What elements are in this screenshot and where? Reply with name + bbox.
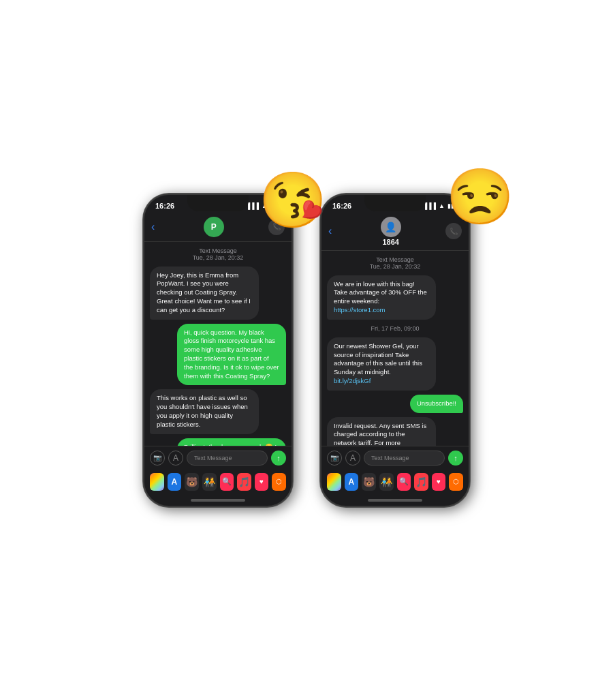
dock-right: A 🐻 🧑‍🤝‍🧑 🔍 🎵 ♥ ⬡ bbox=[321, 470, 469, 496]
nav-center-right: 👤 1864 bbox=[336, 217, 445, 246]
msg-received-right-2: Our newest Shower Gel, your source of in… bbox=[327, 337, 436, 391]
appstore-icon-left[interactable]: A bbox=[168, 473, 182, 491]
messages-area-right: Text MessageTue, 28 Jan, 20:32 We are in… bbox=[321, 251, 469, 446]
msg-received-left-2: This works on plastic as well so you sho… bbox=[150, 389, 259, 433]
text-input-right[interactable]: Text Message bbox=[364, 451, 445, 466]
search-icon-left[interactable]: 🔍 bbox=[220, 473, 234, 491]
emoji1-icon-left[interactable]: 🐻 bbox=[185, 473, 199, 491]
camera-icon-left[interactable]: 📷 bbox=[150, 451, 165, 466]
send-button-left[interactable]: ↑ bbox=[271, 451, 286, 466]
emoji-left: 😘 bbox=[259, 173, 327, 228]
phone-shell-left: 16:26 ▐▐▐ ▲ ▮▮▮ ‹ P 📞 bbox=[143, 194, 293, 507]
notch-left bbox=[187, 195, 249, 211]
msg-received-right-1: We are in love with this bag! Take advan… bbox=[327, 275, 436, 320]
link-bitly[interactable]: bit.ly/2djskGf bbox=[334, 377, 371, 384]
photos-icon-right[interactable] bbox=[327, 473, 341, 491]
apps-icon-left[interactable]: A bbox=[168, 451, 183, 466]
phone-shell-right: 16:26 ▐▐▐ ▲ ▮▮▮ ‹ 👤 1864 📞 bbox=[320, 194, 470, 507]
dock-left: A 🐻 🧑‍🤝‍🧑 🔍 🎵 ♥ ⬡ bbox=[144, 470, 292, 496]
back-button-left[interactable]: ‹ bbox=[151, 221, 155, 233]
phone-left: 😘 16:26 ▐▐▐ ▲ ▮▮▮ ‹ P bbox=[143, 194, 293, 507]
msg-received-left-1: Hey Joey, this is Emma from PopWant. I s… bbox=[150, 267, 259, 320]
scene: 😘 16:26 ▐▐▐ ▲ ▮▮▮ ‹ P bbox=[143, 194, 470, 507]
date-label-left-1: Text MessageTue, 28 Jan, 20:32 bbox=[150, 247, 286, 261]
screen-right: 16:26 ▐▐▐ ▲ ▮▮▮ ‹ 👤 1864 📞 bbox=[321, 195, 469, 506]
phone-right: 😒 16:26 ▐▐▐ ▲ ▮▮▮ ‹ 👤 1864 bbox=[320, 194, 470, 507]
nav-center-left: P bbox=[159, 217, 268, 237]
extra-icon-left[interactable]: ⬡ bbox=[272, 473, 286, 491]
status-time-left: 16:26 bbox=[155, 202, 174, 210]
music-icon-right[interactable]: 🎵 bbox=[414, 473, 428, 491]
emoji2-icon-right[interactable]: 🧑‍🤝‍🧑 bbox=[379, 473, 394, 491]
contact-name-right: 1864 bbox=[382, 238, 398, 246]
wifi-icon-right: ▲ bbox=[439, 202, 445, 209]
screen-left: 16:26 ▐▐▐ ▲ ▮▮▮ ‹ P 📞 bbox=[144, 195, 292, 506]
messages-area-left: Text MessageTue, 28 Jan, 20:32 Hey Joey,… bbox=[144, 242, 292, 446]
text-input-left[interactable]: Text Message bbox=[187, 451, 268, 466]
notch-right bbox=[364, 195, 426, 211]
send-button-right[interactable]: ↑ bbox=[448, 451, 463, 466]
emoji2-icon-left[interactable]: 🧑‍🤝‍🧑 bbox=[202, 473, 217, 491]
msg-sent-left-2: Brilliant, thank you so much 🙂 I have bo… bbox=[177, 438, 286, 446]
music-icon-left[interactable]: 🎵 bbox=[237, 473, 251, 491]
emoji1-icon-right[interactable]: 🐻 bbox=[362, 473, 376, 491]
status-time-right: 16:26 bbox=[332, 202, 351, 210]
date-label-right-1: Text MessageTue, 28 Jan, 20:32 bbox=[327, 256, 463, 270]
link-store1[interactable]: https://store1.com bbox=[334, 306, 386, 314]
input-bar-right: 📷 A Text Message ↑ bbox=[321, 446, 469, 470]
emoji-right: 😒 bbox=[446, 170, 514, 224]
date-label-right-2: Fri, 17 Feb, 09:00 bbox=[327, 325, 463, 332]
home-indicator-right bbox=[368, 499, 422, 502]
home-indicator-left bbox=[191, 499, 245, 502]
heart-icon-left[interactable]: ♥ bbox=[255, 473, 269, 491]
back-button-right[interactable]: ‹ bbox=[328, 225, 332, 237]
photos-icon-left[interactable] bbox=[150, 473, 164, 491]
avatar-right: 👤 bbox=[381, 217, 401, 237]
heart-icon-right[interactable]: ♥ bbox=[432, 473, 446, 491]
msg-received-right-3: Invalid request. Any sent SMS is charged… bbox=[327, 417, 436, 446]
msg-sent-left-1: Hi, quick question. My black gloss finis… bbox=[177, 324, 286, 386]
camera-icon-right[interactable]: 📷 bbox=[327, 451, 342, 466]
appstore-icon-right[interactable]: A bbox=[345, 473, 359, 491]
extra-icon-right[interactable]: ⬡ bbox=[449, 473, 463, 491]
msg-sent-right-1: Unsubscribe!! bbox=[410, 395, 463, 413]
avatar-left: P bbox=[204, 217, 224, 237]
input-bar-left: 📷 A Text Message ↑ bbox=[144, 446, 292, 470]
apps-icon-right[interactable]: A bbox=[345, 451, 360, 466]
search-icon-right[interactable]: 🔍 bbox=[397, 473, 411, 491]
